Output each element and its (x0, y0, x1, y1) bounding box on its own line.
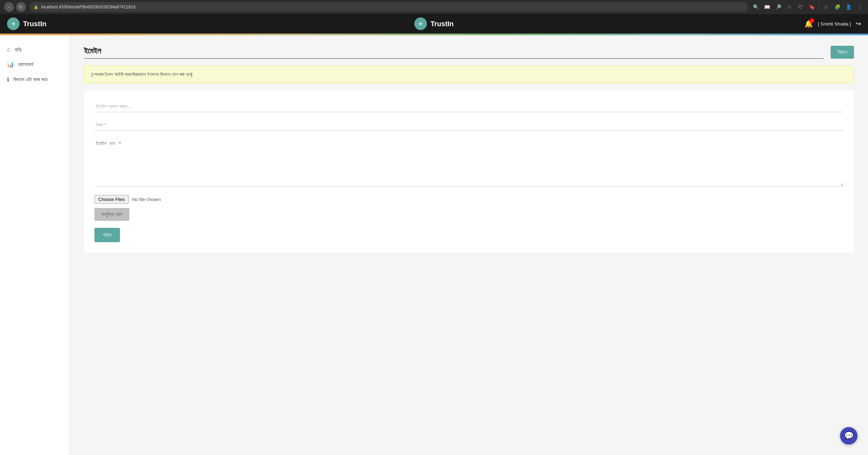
fav-icon[interactable]: ☆ (822, 3, 830, 11)
info-box: [পেরেকর ইমেল আইডি স্বয়ংক্রিয়ভাবে ইমেলে… (84, 66, 854, 83)
add-media-button[interactable]: সংযুক্তি যোগ (94, 208, 129, 221)
file-area: Choose Files No file chosen (94, 195, 844, 204)
logout-icon[interactable]: ↪ (856, 20, 861, 28)
app-header: ✈ TrustIn ✈ TrustIn 🔔 1 [ Srishti Shukla… (0, 14, 868, 34)
app-body: ⌂ বাড়ি 📊 ড্যাশবোর্ড ℹ কিভাবে এটা কাজ কর… (0, 35, 868, 455)
logo-center: ✈ TrustIn (414, 17, 454, 30)
star-icon[interactable]: ☆ (785, 3, 794, 11)
form-card: Choose Files No file chosen সংযুক্তি যোগ… (84, 90, 854, 253)
logo-text-center: TrustIn (431, 20, 454, 28)
reload-nav-button[interactable]: ↻ (16, 2, 26, 12)
main-content: ইমেইল পিছনে [পেরেকর ইমেল আইডি স্বয়ংক্রি… (70, 35, 868, 455)
body-field-wrapper (94, 138, 844, 188)
sidebar-item-how-label: কিভাবে এটা কাজ করে (13, 77, 48, 82)
sidebar-item-dashboard[interactable]: 📊 ড্যাশবোর্ড (0, 57, 70, 72)
menu-icon[interactable]: ⋮ (855, 3, 864, 11)
sidebar: ⌂ বাড়ি 📊 ড্যাশবোর্ড ℹ কিভাবে এটা কাজ কর… (0, 35, 70, 455)
email-field-wrapper (94, 101, 844, 112)
browser-nav: ← ↻ (4, 2, 26, 12)
sidebar-item-how-it-works[interactable]: ℹ কিভাবে এটা কাজ করে (0, 72, 70, 87)
user-name[interactable]: [ Srishti Shukla ] (818, 21, 851, 27)
chat-bubble[interactable]: 💬 (840, 427, 858, 445)
profile-icon[interactable]: 👤 (844, 3, 853, 11)
subject-field-wrapper (94, 119, 844, 131)
file-input-wrapper: Choose Files No file chosen (94, 195, 161, 204)
email-input[interactable] (94, 101, 844, 112)
back-nav-button[interactable]: ← (4, 2, 14, 12)
body-textarea[interactable] (94, 138, 844, 187)
logo-icon-center: ✈ (414, 17, 427, 30)
search-browser-icon[interactable]: 🔍 (752, 3, 760, 11)
chat-icon: 💬 (844, 431, 854, 440)
browser-chrome: ← ↻ 🔒 localhost:4200/email/5fb49328c6392… (0, 0, 868, 14)
address-bar[interactable]: 🔒 localhost:4200/email/5fb49328c639294a8… (29, 2, 748, 12)
page-title-area: ইমেইল পিছনে (84, 46, 854, 59)
logo-icon-left: ✈ (7, 17, 20, 30)
zoom-icon[interactable]: 🔎 (774, 3, 782, 11)
back-button[interactable]: পিছনে (831, 46, 854, 59)
dashboard-icon: 📊 (7, 61, 14, 68)
send-button[interactable]: পাঠান (94, 228, 120, 242)
no-file-text: No file chosen (132, 197, 161, 202)
subject-input[interactable] (94, 119, 844, 131)
home-icon: ⌂ (7, 46, 10, 53)
page-title: ইমেইল (84, 46, 824, 59)
logo-left: ✈ TrustIn (7, 17, 47, 30)
bookmark-icon[interactable]: 🔖 (807, 3, 816, 11)
choose-files-button[interactable]: Choose Files (94, 195, 129, 204)
extensions-icon[interactable]: 🧩 (833, 3, 841, 11)
notification-icon[interactable]: 🔔 1 (804, 20, 813, 28)
header-right: 🔔 1 [ Srishti Shukla ] ↪ (804, 20, 861, 28)
browser-actions: 🔍 📖 🔎 ☆ 🛡 🔖 ☆ 🧩 👤 ⋮ (752, 3, 864, 11)
sidebar-item-home-label: বাড়ি (15, 47, 22, 53)
info-icon: ℹ (7, 76, 9, 83)
notif-badge: 1 (810, 18, 814, 23)
lock-icon: 🔒 (34, 5, 38, 9)
info-message: [পেরেকর ইমেল আইডি স্বয়ংক্রিয়ভাবে ইমেলে… (91, 72, 192, 77)
logo-text-left: TrustIn (23, 20, 47, 28)
shield-icon[interactable]: 🛡 (796, 3, 805, 11)
reader-icon[interactable]: 📖 (763, 3, 771, 11)
url-text: localhost:4200/email/5fb49328c639294a874… (41, 5, 135, 9)
sidebar-item-home[interactable]: ⌂ বাড়ি (0, 42, 70, 57)
sidebar-item-dashboard-label: ড্যাশবোর্ড (18, 62, 34, 67)
page-title-wrapper: ইমেইল (84, 46, 824, 59)
divider (819, 3, 819, 10)
